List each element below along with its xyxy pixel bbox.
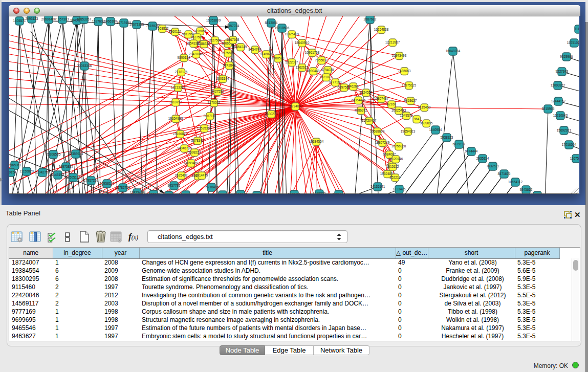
- svg-text:8960124: 8960124: [169, 30, 182, 33]
- svg-text:62160: 62160: [387, 102, 396, 106]
- svg-text:12975115: 12975115: [402, 83, 416, 87]
- svg-text:8365061: 8365061: [9, 163, 21, 167]
- svg-text:8471676: 8471676: [498, 172, 511, 176]
- svg-text:15716485: 15716485: [204, 185, 219, 189]
- svg-text:1527602: 1527602: [92, 19, 105, 23]
- svg-text:20691406: 20691406: [41, 17, 56, 21]
- svg-text:10853267: 10853267: [77, 17, 92, 21]
- svg-text:5938923: 5938923: [441, 136, 453, 139]
- svg-text:3824554: 3824554: [360, 91, 373, 94]
- svg-text:2093123: 2093123: [26, 17, 38, 20]
- svg-text:10671355: 10671355: [129, 23, 144, 26]
- svg-text:12505135: 12505135: [66, 176, 81, 179]
- svg-text:9170052: 9170052: [208, 101, 221, 104]
- svg-text:939154: 939154: [9, 170, 16, 174]
- svg-text:3375685: 3375685: [222, 51, 234, 55]
- svg-text:9146821: 9146821: [260, 52, 273, 56]
- svg-text:8186328: 8186328: [198, 42, 210, 46]
- svg-text:16210643: 16210643: [553, 114, 568, 117]
- svg-text:11156829: 11156829: [19, 169, 34, 173]
- svg-text:19654923: 19654923: [401, 129, 416, 133]
- svg-text:18724007: 18724007: [288, 104, 303, 108]
- svg-text:7485063: 7485063: [398, 69, 411, 73]
- svg-text:2687682: 2687682: [364, 17, 377, 21]
- svg-text:7986372: 7986372: [355, 108, 367, 112]
- svg-text:17016504: 17016504: [562, 143, 577, 146]
- svg-text:2935114: 2935114: [476, 157, 489, 160]
- svg-text:9457791: 9457791: [168, 184, 181, 187]
- svg-text:8812345: 8812345: [234, 192, 247, 194]
- svg-text:19654983: 19654983: [168, 117, 183, 120]
- svg-text:9527503: 9527503: [191, 35, 204, 39]
- svg-text:12213369: 12213369: [171, 85, 186, 89]
- svg-text:1145193: 1145193: [52, 173, 64, 177]
- svg-text:3226055: 3226055: [194, 29, 207, 33]
- svg-text:11325419: 11325419: [285, 32, 299, 36]
- svg-text:9793453: 9793453: [531, 193, 544, 194]
- svg-text:9329966: 9329966: [560, 55, 573, 58]
- svg-text:12942757: 12942757: [35, 170, 50, 174]
- svg-text:5878342: 5878342: [191, 139, 204, 142]
- svg-text:1810752: 1810752: [169, 100, 182, 104]
- svg-text:6879197: 6879197: [453, 142, 466, 146]
- svg-text:18640910: 18640910: [295, 41, 310, 45]
- svg-text:10975887: 10975887: [59, 165, 74, 168]
- svg-text:8813054: 8813054: [265, 21, 278, 25]
- svg-text:20053346: 20053346: [77, 64, 92, 68]
- svg-text:12444157: 12444157: [551, 99, 566, 103]
- svg-text:10654112: 10654112: [508, 180, 522, 184]
- svg-text:2803144: 2803144: [216, 77, 229, 80]
- svg-text:12823448: 12823448: [130, 191, 145, 194]
- svg-text:8267110: 8267110: [204, 114, 216, 118]
- svg-text:15751074: 15751074: [567, 41, 579, 45]
- svg-text:7625402: 7625402: [175, 173, 188, 177]
- svg-text:2867608: 2867608: [227, 38, 239, 41]
- svg-text:17359934: 17359934: [69, 152, 83, 156]
- svg-text:10046738: 10046738: [177, 146, 192, 150]
- svg-text:9227343: 9227343: [556, 70, 569, 73]
- svg-text:10120746: 10120746: [388, 157, 403, 161]
- svg-text:15720407: 15720407: [362, 119, 377, 122]
- svg-text:16782759: 16782759: [116, 186, 130, 189]
- svg-text:15692971: 15692971: [557, 128, 572, 132]
- svg-text:12093872: 12093872: [551, 83, 565, 87]
- svg-text:9115460: 9115460: [418, 105, 431, 109]
- svg-text:1549575: 1549575: [400, 114, 413, 117]
- svg-text:7654321: 7654321: [216, 193, 229, 194]
- svg-text:20206535: 20206535: [46, 152, 61, 156]
- svg-text:9474444: 9474444: [465, 149, 478, 153]
- svg-text:13535394: 13535394: [197, 126, 212, 130]
- svg-text:10961758: 10961758: [305, 51, 320, 54]
- svg-text:7632621: 7632621: [487, 164, 499, 168]
- svg-text:5322037: 5322037: [286, 60, 298, 64]
- svg-text:1362615: 1362615: [296, 65, 309, 69]
- svg-text:9245652: 9245652: [520, 188, 533, 191]
- svg-text:9923451: 9923451: [288, 192, 301, 194]
- svg-text:1588520: 1588520: [272, 56, 285, 60]
- svg-text:10958117: 10958117: [100, 182, 114, 185]
- svg-text:1733426: 1733426: [393, 187, 406, 191]
- svg-text:8454749: 8454749: [249, 48, 262, 51]
- svg-text:6794028: 6794028: [321, 68, 334, 72]
- svg-text:16053809: 16053809: [206, 18, 221, 22]
- svg-text:3427552: 3427552: [211, 90, 224, 93]
- svg-text:7357224: 7357224: [227, 24, 239, 28]
- svg-text:10688609: 10688609: [370, 129, 385, 133]
- svg-text:1640954: 1640954: [429, 128, 442, 132]
- svg-text:8215955: 8215955: [542, 107, 555, 111]
- svg-text:6466160: 6466160: [104, 19, 117, 23]
- svg-text:23420046: 23420046: [189, 52, 204, 56]
- svg-text:10756928: 10756928: [391, 144, 406, 148]
- svg-text:19384554: 19384554: [309, 140, 324, 143]
- svg-text:1045233: 1045233: [313, 192, 326, 194]
- svg-text:1615112: 1615112: [386, 165, 399, 168]
- svg-text:10973493: 10973493: [392, 54, 407, 57]
- svg-text:10025433: 10025433: [391, 108, 406, 112]
- svg-text:2330213: 2330213: [265, 112, 278, 116]
- svg-text:252214: 252214: [389, 176, 401, 179]
- svg-text:6914479: 6914479: [195, 173, 208, 177]
- svg-text:9242848: 9242848: [223, 63, 236, 67]
- svg-text:2202340: 2202340: [180, 193, 192, 194]
- svg-text:8080514: 8080514: [333, 192, 345, 194]
- svg-text:1621072: 1621072: [320, 75, 333, 79]
